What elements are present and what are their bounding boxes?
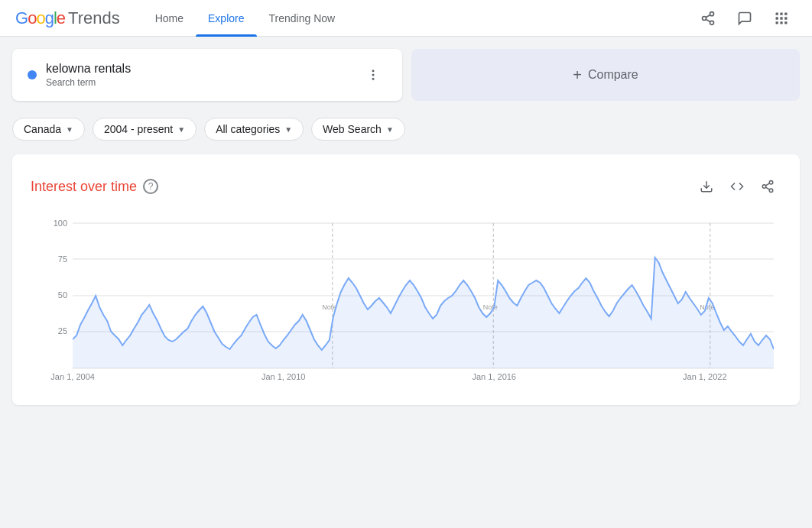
google-wordmark: Google [15, 8, 65, 28]
filter-time[interactable]: 2004 - present ▼ [93, 118, 197, 141]
main-nav: Home Explore Trending Now [143, 0, 693, 37]
compare-box[interactable]: + Compare [411, 49, 800, 101]
compare-plus-icon: + [573, 66, 582, 84]
search-type-label: Search term [46, 77, 359, 88]
chart-header: Interest over time ? [31, 173, 781, 200]
svg-point-16 [372, 78, 375, 80]
svg-rect-7 [784, 12, 787, 15]
filters-bar: Canada ▼ 2004 - present ▼ All categories… [12, 110, 800, 148]
svg-point-15 [372, 74, 375, 76]
x-label-2022: Jan 1, 2022 [683, 372, 727, 381]
chart-title: Interest over time [31, 179, 137, 195]
chart-card: Interest over time ? [12, 154, 800, 405]
x-label-2010: Jan 1, 2010 [261, 372, 306, 381]
embed-chart-button[interactable] [723, 173, 751, 200]
filter-country-arrow: ▼ [66, 125, 73, 134]
share-button[interactable] [693, 3, 723, 34]
filter-category-label: All categories [216, 123, 280, 135]
filter-search-type[interactable]: Web Search ▼ [311, 118, 405, 141]
svg-rect-12 [780, 21, 782, 24]
chart-container: 100 75 50 25 Note Note [31, 215, 781, 387]
header: Google Trends Home Explore Trending Now [0, 0, 812, 37]
search-dot-indicator [28, 70, 37, 79]
main-content: kelowna rentals Search term + Compare Ca… [0, 37, 812, 417]
share-chart-button[interactable] [754, 173, 781, 200]
filter-time-label: 2004 - present [104, 123, 173, 135]
search-term-text: kelowna rentals [46, 62, 359, 76]
search-more-button[interactable] [359, 61, 387, 89]
logo: Google Trends [15, 8, 120, 28]
svg-point-1 [703, 16, 706, 20]
svg-rect-13 [784, 21, 787, 24]
filter-time-arrow: ▼ [177, 125, 185, 134]
y-label-50: 50 [58, 290, 67, 300]
chart-title-row: Interest over time ? [31, 179, 158, 195]
filter-search-type-label: Web Search [323, 123, 382, 135]
search-text-block: kelowna rentals Search term [46, 62, 359, 88]
filter-category[interactable]: All categories ▼ [204, 118, 304, 141]
svg-rect-9 [780, 17, 782, 19]
svg-point-2 [710, 21, 714, 24]
trends-wordmark: Trends [68, 8, 120, 28]
interest-over-time-chart[interactable]: 100 75 50 25 Note Note [31, 215, 781, 384]
x-label-2016: Jan 1, 2016 [472, 372, 516, 381]
y-label-75: 75 [58, 254, 67, 264]
search-box: kelowna rentals Search term [12, 49, 402, 101]
apps-button[interactable] [766, 3, 797, 34]
chart-actions [693, 173, 781, 200]
svg-point-19 [762, 185, 766, 189]
filter-country[interactable]: Canada ▼ [12, 118, 85, 141]
svg-line-3 [706, 19, 710, 21]
svg-point-20 [769, 189, 773, 193]
search-area: kelowna rentals Search term + Compare [12, 49, 800, 101]
svg-point-14 [372, 70, 375, 72]
svg-point-18 [769, 181, 773, 185]
x-label-2004: Jan 1, 2004 [50, 372, 95, 381]
filter-category-arrow: ▼ [284, 125, 292, 134]
y-label-100: 100 [54, 219, 67, 228]
svg-point-0 [710, 11, 714, 15]
nav-home[interactable]: Home [143, 0, 196, 37]
header-icons [693, 3, 797, 34]
svg-rect-11 [776, 21, 778, 24]
svg-line-22 [765, 183, 769, 186]
svg-rect-10 [784, 17, 787, 19]
nav-explore[interactable]: Explore [196, 0, 256, 37]
svg-line-4 [706, 15, 710, 17]
chart-area-fill [73, 258, 774, 368]
feedback-button[interactable] [729, 3, 760, 34]
nav-trending-now[interactable]: Trending Now [257, 0, 348, 37]
download-chart-button[interactable] [693, 173, 720, 200]
svg-line-21 [765, 187, 769, 189]
svg-rect-5 [776, 12, 778, 15]
filter-search-type-arrow: ▼ [386, 125, 394, 134]
svg-rect-6 [780, 12, 782, 15]
filter-country-label: Canada [24, 123, 61, 135]
svg-rect-8 [776, 17, 778, 19]
y-label-25: 25 [58, 326, 67, 335]
help-icon[interactable]: ? [143, 179, 158, 194]
compare-label: Compare [588, 68, 638, 82]
